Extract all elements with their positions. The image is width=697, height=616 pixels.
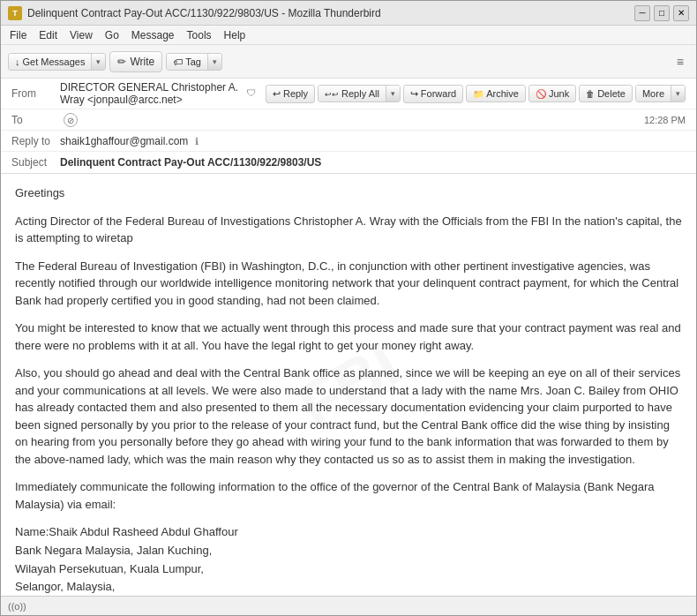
reply-all-icon (325, 88, 339, 99)
tag-icon (173, 56, 183, 67)
paragraph4: Also, you should go ahead and deal with … (15, 364, 682, 468)
delete-button[interactable]: Delete (579, 85, 633, 102)
menu-go[interactable]: Go (100, 27, 124, 43)
menu-view[interactable]: View (64, 27, 98, 43)
from-row: From DIRECTOR GENERAL Christopher A. Wra… (1, 79, 696, 109)
titlebar: T Delinquent Contract Pay-Out ACC/1130/9… (1, 1, 696, 26)
reply-button[interactable]: Reply (266, 85, 315, 103)
menu-edit[interactable]: Edit (34, 27, 63, 43)
block-sender-icon[interactable]: ⊘ (64, 113, 78, 127)
to-label: To (11, 114, 60, 126)
reply-to-row: Reply to shaik1ghaffour@gmail.com (1, 131, 696, 152)
forward-button[interactable]: Forward (403, 85, 463, 103)
paragraph3: You might be interested to know that we … (15, 319, 682, 354)
main-toolbar: Get Messages ▾ Write Tag ▾ ≡ (1, 45, 696, 79)
body-content: Greetings Acting Director of the Federal… (15, 184, 682, 596)
menu-tools[interactable]: Tools (182, 27, 217, 43)
minimize-button[interactable]: ─ (634, 5, 650, 21)
forward-icon (410, 88, 418, 100)
subject-value: Delinquent Contract Pay-Out ACC/1130/922… (60, 156, 686, 169)
status-icon: ((o)) (8, 601, 26, 612)
window-title: Delinquent Contract Pay-Out ACC/1130/922… (27, 7, 634, 19)
app-window: T Delinquent Contract Pay-Out ACC/1130/9… (0, 0, 697, 616)
menu-help[interactable]: Help (219, 27, 251, 43)
window-controls: ─ □ ✕ (634, 5, 689, 21)
timestamp: 12:28 PM (644, 115, 686, 125)
menu-file[interactable]: File (4, 27, 32, 43)
email-header: From DIRECTOR GENERAL Christopher A. Wra… (1, 79, 696, 174)
statusbar: ((o)) (1, 596, 696, 615)
more-button[interactable]: More ▾ (635, 85, 686, 102)
junk-icon (536, 88, 546, 99)
contact-info: Name:Shaik Abdul Rasheed Abdul Ghaffour … (15, 523, 682, 596)
from-value: DIRECTOR GENERAL Christopher A. Wray <jo… (60, 81, 243, 106)
reply-to-info-icon (195, 136, 199, 146)
close-button[interactable]: ✕ (673, 5, 689, 21)
paragraph1: Acting Director of the Federal Bureau of… (15, 213, 682, 247)
archive-button[interactable]: Archive (466, 85, 526, 102)
get-messages-icon (15, 56, 20, 67)
email-body: FBI Greetings Acting Director of the Fed… (1, 174, 696, 596)
menu-message[interactable]: Message (126, 27, 180, 43)
to-value: ⊘ (60, 113, 644, 127)
tag-button[interactable]: Tag ▾ (166, 53, 222, 71)
to-row: To ⊘ 12:28 PM (1, 109, 696, 131)
paragraph2: The Federal Bureau of Investigation (FBI… (15, 258, 682, 310)
reply-to-value: shaik1ghaffour@gmail.com (60, 135, 686, 147)
email-actions: Reply Reply All ▾ Forward Archive (266, 85, 686, 103)
app-icon: T (8, 6, 22, 20)
hamburger-menu-button[interactable]: ≡ (671, 51, 689, 72)
reply-icon (273, 88, 281, 100)
paragraph5: Immediately communicate the following in… (15, 478, 682, 513)
junk-button[interactable]: Junk (528, 85, 576, 102)
get-messages-button[interactable]: Get Messages ▾ (8, 53, 106, 71)
archive-icon (473, 88, 483, 99)
write-button[interactable]: Write (109, 51, 162, 72)
write-icon (117, 56, 126, 68)
subject-row: Subject Delinquent Contract Pay-Out ACC/… (1, 152, 696, 173)
greeting: Greetings (15, 184, 682, 202)
from-label: From (11, 87, 60, 100)
reply-to-label: Reply to (11, 135, 60, 147)
reply-all-button[interactable]: Reply All ▾ (318, 85, 401, 102)
delete-icon (586, 88, 595, 99)
menubar: File Edit View Go Message Tools Help (1, 26, 696, 45)
maximize-button[interactable]: □ (654, 5, 670, 21)
security-icon: 🛡 (246, 87, 259, 100)
subject-label: Subject (11, 156, 60, 169)
